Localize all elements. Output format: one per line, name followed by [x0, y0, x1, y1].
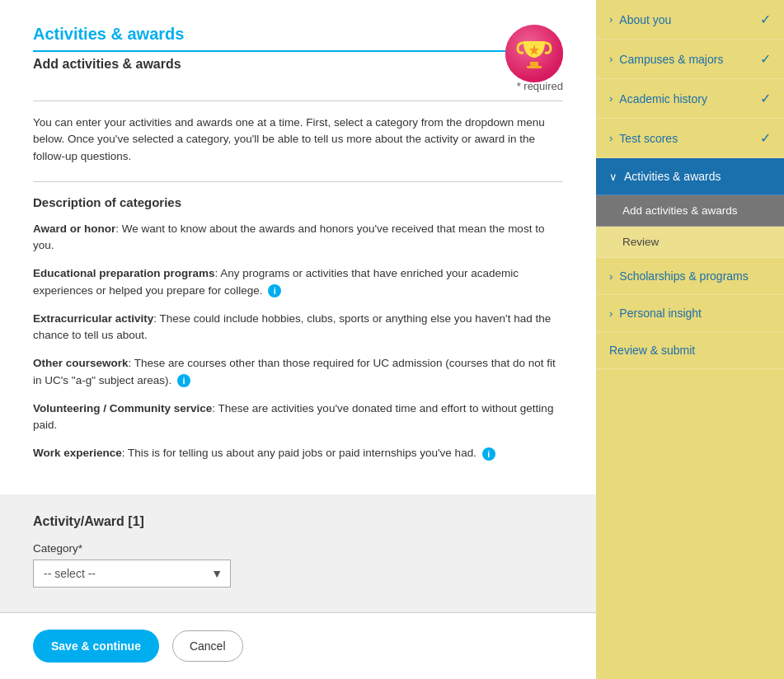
sidebar-item-review-submit[interactable]: Review & submit — [596, 332, 784, 369]
svg-rect-3 — [527, 66, 542, 68]
category-other-coursework: Other coursework: These are courses othe… — [33, 355, 563, 389]
chevron-down-icon-activities: ∨ — [609, 171, 617, 183]
check-icon-test-scores: ✓ — [760, 130, 771, 146]
cat-name-award: Award or honor — [33, 222, 115, 235]
category-select[interactable]: -- select -- Award or honor Educational … — [33, 560, 231, 588]
sidebar-item-campuses-majors[interactable]: › Campuses & majors ✓ — [596, 40, 784, 79]
cat-name-work-experience: Work experience — [33, 447, 122, 459]
work-experience-info-icon[interactable]: i — [482, 447, 495, 461]
sidebar-item-activities-awards[interactable]: ∨ Activities & awards — [596, 158, 784, 195]
sidebar-subitem-add-label: Add activities & awards — [622, 204, 738, 217]
sidebar-label-review-submit: Review & submit — [609, 344, 695, 357]
sidebar-item-scholarships[interactable]: › Scholarships & programs — [596, 258, 784, 295]
sidebar-label-scholarships: Scholarships & programs — [619, 269, 748, 283]
categories-divider — [33, 181, 563, 182]
sidebar-subitem-add-activities[interactable]: Add activities & awards — [596, 195, 784, 227]
chevron-right-icon-campuses: › — [609, 53, 613, 65]
page-subtitle: Add activities & awards — [33, 57, 563, 72]
intro-text: You can enter your activities and awards… — [33, 115, 563, 165]
main-content: Activities & awards Add activities & awa… — [0, 0, 596, 679]
activity-section-title: Activity/Award [1] — [33, 514, 563, 529]
required-note: * required — [33, 80, 563, 92]
cat-name-volunteering: Volunteering / Community service — [33, 402, 212, 414]
save-continue-button[interactable]: Save & continue — [33, 630, 159, 663]
sidebar-label-academic-history: Academic history — [619, 92, 707, 105]
chevron-right-icon-test-scores: › — [609, 132, 613, 144]
chevron-right-icon-scholarships: › — [609, 270, 613, 283]
category-select-wrapper: -- select -- Award or honor Educational … — [33, 560, 231, 588]
sidebar-subitem-review[interactable]: Review — [596, 227, 784, 258]
category-label: Category* — [33, 542, 563, 555]
cat-name-other-coursework: Other coursework — [33, 357, 129, 369]
action-bar: Save & continue Cancel — [0, 612, 596, 679]
chevron-right-icon-personal: › — [609, 307, 613, 320]
cancel-button[interactable]: Cancel — [172, 630, 243, 662]
sidebar-item-personal-insight[interactable]: › Personal insight — [596, 295, 784, 332]
activity-award-section: Activity/Award [1] Category* -- select -… — [0, 494, 596, 612]
sidebar-label-about-you: About you — [619, 13, 671, 26]
cat-name-extracurricular: Extracurricular activity — [33, 312, 153, 325]
section-divider — [33, 101, 563, 101]
check-icon-about-you: ✓ — [760, 12, 771, 27]
other-coursework-info-icon[interactable]: i — [177, 374, 190, 387]
category-edu-prep: Educational preparation programs: Any pr… — [33, 265, 563, 299]
sidebar-item-test-scores[interactable]: › Test scores ✓ — [596, 119, 784, 158]
check-icon-academic-history: ✓ — [760, 91, 771, 106]
sidebar-label-campuses-majors: Campuses & majors — [619, 53, 723, 66]
category-volunteering: Volunteering / Community service: These … — [33, 400, 563, 434]
category-work-experience: Work experience: This is for telling us … — [33, 445, 563, 461]
edu-prep-info-icon[interactable]: i — [268, 284, 281, 297]
page-title: Activities & awards — [33, 25, 563, 52]
chevron-right-icon: › — [609, 13, 613, 26]
category-award: Award or honor: We want to know about th… — [33, 221, 563, 255]
category-extracurricular: Extracurricular activity: These could in… — [33, 311, 563, 344]
sidebar-label-personal-insight: Personal insight — [619, 307, 702, 320]
sidebar-label-test-scores: Test scores — [619, 132, 678, 145]
sidebar-label-activities-awards: Activities & awards — [624, 170, 721, 183]
trophy-icon — [505, 25, 563, 82]
categories-section-title: Description of categories — [33, 195, 563, 209]
sidebar-item-about-you[interactable]: › About you ✓ — [596, 0, 784, 40]
cat-name-edu-prep: Educational preparation programs — [33, 267, 215, 279]
sidebar-subitem-review-label: Review — [622, 236, 659, 248]
chevron-right-icon-academic: › — [609, 92, 613, 105]
sidebar: › About you ✓ › Campuses & majors ✓ › Ac… — [596, 0, 784, 679]
sidebar-item-academic-history[interactable]: › Academic history ✓ — [596, 79, 784, 119]
check-icon-campuses-majors: ✓ — [760, 51, 771, 67]
